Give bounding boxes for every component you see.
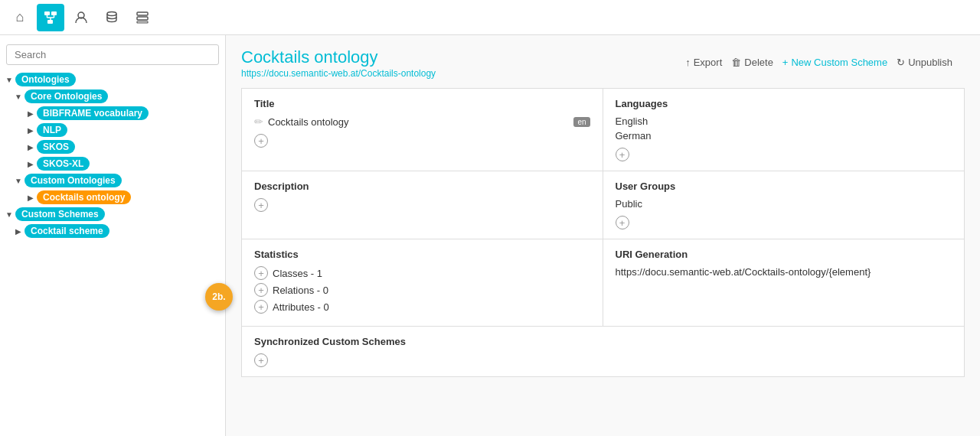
- trash-icon: 🗑: [731, 57, 741, 68]
- stat-classes: + Classes - 1: [254, 266, 590, 280]
- stat-relations: + Relations - 0: [254, 283, 590, 297]
- header-area: Cocktails ontology https://docu.semantic…: [241, 47, 965, 79]
- unpublish-button[interactable]: ↻ Unpublish: [897, 57, 952, 68]
- uri-label: URI Generation: [616, 249, 952, 260]
- svg-rect-2: [47, 20, 53, 24]
- add-description-button[interactable]: +: [254, 198, 268, 212]
- label-cocktails-ontology[interactable]: Cocktails ontology: [37, 190, 131, 204]
- languages-cell: Languages English German +: [603, 89, 965, 171]
- content-area: Cocktails ontology https://docu.semantic…: [226, 35, 980, 436]
- toggle-custom-ontologies[interactable]: ▼: [12, 174, 24, 187]
- add-language-button[interactable]: +: [616, 148, 629, 161]
- svg-rect-10: [137, 17, 148, 20]
- user-groups-label: User Groups: [616, 181, 952, 192]
- synchronized-cell: Synchronized Custom Schemes +: [242, 327, 964, 376]
- add-class-button[interactable]: +: [254, 266, 268, 280]
- nav-server[interactable]: [129, 4, 156, 31]
- add-title-button[interactable]: +: [254, 134, 268, 148]
- tree-item-custom-ontologies[interactable]: ▼ Custom Ontologies: [0, 172, 225, 189]
- sidebar: ▼ Ontologies ▼ Core Ontologies ▶ BIBFRAM…: [0, 35, 226, 436]
- plus-icon: +: [782, 57, 789, 68]
- new-custom-scheme-button[interactable]: + New Custom Scheme: [782, 57, 887, 68]
- title-lang-badge: en: [573, 117, 590, 127]
- refresh-icon: ↻: [897, 57, 905, 68]
- page-header: Cocktails ontology https://docu.semantic…: [241, 47, 436, 79]
- tree-item-core-ontologies[interactable]: ▼ Core Ontologies: [0, 88, 225, 105]
- tree-item-nlp[interactable]: ▶ NLP: [0, 122, 225, 138]
- description-label: Description: [254, 181, 590, 192]
- title-value: Cocktails ontology: [268, 116, 349, 128]
- lang-english: English: [616, 116, 952, 127]
- add-synchronized-button[interactable]: +: [254, 353, 268, 367]
- svg-rect-1: [51, 11, 57, 15]
- title-row: ✏ Cocktails ontology en: [254, 116, 590, 128]
- label-cocktail-scheme[interactable]: Cocktail scheme: [24, 224, 109, 238]
- tree-item-custom-schemes[interactable]: ▼ Custom Schemes: [0, 206, 225, 223]
- nav-home[interactable]: ⌂: [6, 4, 34, 31]
- languages-label: Languages: [616, 98, 952, 109]
- toolbar: ↑ Export 🗑 Delete + New Custom Scheme ↻ …: [685, 57, 952, 68]
- synchronized-label: Synchronized Custom Schemes: [254, 336, 952, 347]
- uri-generation-cell: URI Generation https://docu.semantic-web…: [603, 239, 965, 327]
- description-cell: Description +: [242, 171, 603, 239]
- top-nav: ⌂: [0, 0, 980, 35]
- step-badge: 2b.: [205, 283, 233, 311]
- label-bibframe[interactable]: BIBFRAME vocabulary: [37, 106, 149, 120]
- edit-icon[interactable]: ✏: [254, 116, 263, 128]
- statistics-cell: Statistics + Classes - 1 + Relations - 0…: [242, 239, 603, 327]
- svg-rect-9: [137, 12, 148, 15]
- add-user-group-button[interactable]: +: [616, 216, 629, 229]
- user-groups-cell: User Groups Public +: [603, 171, 965, 239]
- svg-rect-0: [44, 11, 50, 15]
- tree-item-skos[interactable]: ▶ SKOS: [0, 138, 225, 155]
- label-nlp[interactable]: NLP: [37, 123, 67, 137]
- tree-item-skos-xl[interactable]: ▶ SKOS-XL: [0, 155, 225, 172]
- label-skos[interactable]: SKOS: [37, 140, 75, 154]
- toggle-core-ontologies[interactable]: ▼: [12, 90, 24, 102]
- label-ontologies[interactable]: Ontologies: [15, 73, 76, 86]
- label-skos-xl[interactable]: SKOS-XL: [37, 157, 90, 171]
- title-cell: Title ✏ Cocktails ontology en +: [242, 89, 603, 171]
- tree-item-cocktails-ontology[interactable]: ▶ Cocktails ontology: [0, 189, 225, 206]
- user-groups-value: Public: [616, 198, 952, 210]
- tree-item-ontologies[interactable]: ▼ Ontologies: [0, 71, 225, 88]
- label-custom-ontologies[interactable]: Custom Ontologies: [24, 174, 122, 187]
- label-core-ontologies[interactable]: Core Ontologies: [24, 89, 108, 103]
- svg-point-8: [107, 11, 116, 15]
- toggle-cocktail-scheme[interactable]: ▶: [12, 225, 24, 237]
- uri-value: https://docu.semantic-web.at/Cocktails-o…: [616, 266, 952, 278]
- nav-database[interactable]: [98, 4, 126, 31]
- title-label: Title: [254, 98, 590, 109]
- label-custom-schemes[interactable]: Custom Schemes: [15, 207, 105, 221]
- export-button[interactable]: ↑ Export: [685, 57, 722, 68]
- page-title: Cocktails ontology: [241, 47, 436, 67]
- nav-user[interactable]: [67, 4, 95, 31]
- toggle-nlp[interactable]: ▶: [24, 124, 37, 136]
- add-attribute-button[interactable]: +: [254, 300, 268, 314]
- toggle-custom-schemes[interactable]: ▼: [3, 208, 15, 220]
- main-layout: ▼ Ontologies ▼ Core Ontologies ▶ BIBFRAM…: [0, 35, 980, 436]
- toggle-cocktails-ontology[interactable]: ▶: [24, 191, 37, 203]
- tree-item-cocktail-scheme[interactable]: ▶ Cocktail scheme: [0, 223, 225, 239]
- toggle-bibframe[interactable]: ▶: [24, 107, 37, 119]
- toggle-ontologies[interactable]: ▼: [3, 73, 15, 86]
- search-input[interactable]: [6, 44, 219, 65]
- stat-attributes: + Attributes - 0: [254, 300, 590, 314]
- add-relation-button[interactable]: +: [254, 283, 268, 297]
- delete-button[interactable]: 🗑 Delete: [731, 57, 773, 68]
- tree-item-bibframe[interactable]: ▶ BIBFRAME vocabulary: [0, 105, 225, 122]
- nav-hierarchy[interactable]: [37, 4, 64, 31]
- statistics-label: Statistics: [254, 249, 590, 260]
- lang-german: German: [616, 130, 952, 142]
- svg-rect-11: [137, 21, 148, 23]
- export-icon: ↑: [685, 57, 691, 68]
- toggle-skos[interactable]: ▶: [24, 141, 37, 153]
- page-url[interactable]: https://docu.semantic-web.at/Cocktails-o…: [241, 68, 436, 79]
- toggle-skos-xl[interactable]: ▶: [24, 158, 37, 170]
- info-grid: Title ✏ Cocktails ontology en + Language…: [241, 88, 965, 377]
